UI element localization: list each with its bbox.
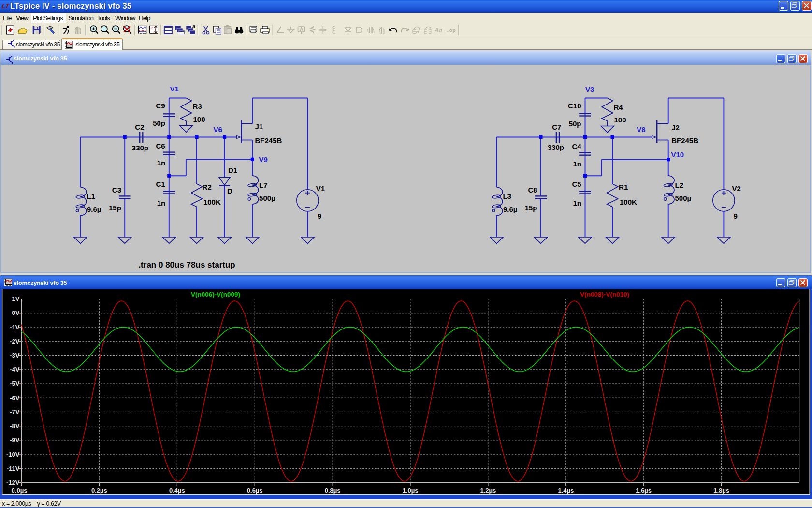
svg-text:1.0µs: 1.0µs (403, 487, 419, 494)
svg-text:V1: V1 (316, 184, 325, 193)
svg-text:L7: L7 (259, 181, 268, 189)
svg-text:R4: R4 (614, 103, 624, 111)
svg-text:V2: V2 (732, 184, 741, 193)
svg-text:R2: R2 (203, 183, 212, 191)
svg-text:-3V: -3V (10, 352, 20, 359)
svg-text:C7: C7 (552, 123, 561, 131)
svg-text:L2: L2 (675, 181, 684, 189)
svg-text:C9: C9 (156, 102, 165, 110)
svg-text:V3: V3 (585, 85, 594, 93)
svg-text:-12V: -12V (6, 479, 20, 486)
svg-text:-8V: -8V (10, 422, 20, 430)
svg-text:1V: 1V (12, 295, 20, 302)
svg-text:C3: C3 (112, 186, 121, 194)
svg-text:0.4µs: 0.4µs (169, 487, 185, 494)
svg-text:100: 100 (614, 116, 626, 124)
svg-text:V8: V8 (637, 125, 645, 134)
svg-text:1n: 1n (157, 159, 166, 167)
svg-text:D: D (227, 187, 232, 195)
svg-text:1n: 1n (573, 199, 582, 207)
svg-text:100K: 100K (203, 198, 221, 206)
svg-text:-11V: -11V (7, 465, 20, 472)
svg-text:L1: L1 (87, 192, 95, 200)
svg-text:D1: D1 (228, 166, 237, 174)
svg-text:-9V: -9V (10, 436, 20, 444)
svg-text:100K: 100K (620, 198, 637, 206)
svg-text:500µ: 500µ (259, 194, 276, 202)
svg-text:9: 9 (734, 212, 738, 220)
svg-text:9: 9 (318, 212, 321, 220)
svg-text:V10: V10 (671, 150, 684, 159)
svg-text:15p: 15p (109, 204, 121, 212)
svg-text:V(n008)-V(n010): V(n008)-V(n010) (580, 291, 629, 298)
svg-text:100: 100 (193, 115, 205, 123)
svg-text:C6: C6 (156, 142, 165, 150)
svg-text:BF245B: BF245B (255, 136, 282, 145)
svg-text:A: A (300, 27, 303, 32)
svg-text:BF245B: BF245B (671, 136, 698, 145)
svg-text:330p: 330p (548, 143, 564, 151)
svg-text:C5: C5 (572, 180, 581, 188)
svg-text:1.2µs: 1.2µs (480, 487, 496, 494)
svg-text:-6V: -6V (10, 394, 20, 402)
svg-text:0V: 0V (12, 309, 20, 316)
svg-text:C2: C2 (135, 123, 144, 131)
svg-text:-2V: -2V (10, 338, 20, 345)
svg-text:J2: J2 (671, 123, 680, 132)
svg-text:C4: C4 (572, 142, 581, 150)
svg-text:.tran 0 80us 78us startup: .tran 0 80us 78us startup (138, 260, 235, 269)
svg-text:50p: 50p (569, 120, 581, 128)
svg-text:-1V: -1V (10, 324, 20, 331)
svg-text:1n: 1n (157, 199, 166, 207)
svg-text:1.4µs: 1.4µs (558, 487, 574, 494)
svg-text:J1: J1 (255, 122, 263, 131)
svg-text:1.8µs: 1.8µs (713, 487, 729, 494)
svg-text:-10V: -10V (6, 451, 20, 458)
svg-text:Aa: Aa (434, 27, 442, 34)
svg-text:-5V: -5V (10, 380, 20, 387)
svg-text:0.2µs: 0.2µs (91, 487, 107, 494)
svg-text:9.6µ: 9.6µ (503, 205, 518, 213)
svg-text:R3: R3 (193, 102, 202, 110)
svg-text:C10: C10 (568, 102, 581, 110)
svg-text:C1: C1 (156, 180, 165, 188)
svg-text:9.6µ: 9.6µ (87, 205, 102, 213)
svg-text:.op: .op (446, 28, 456, 33)
svg-text:V(n006)-V(n009): V(n006)-V(n009) (191, 291, 240, 298)
svg-text:V9: V9 (259, 155, 268, 164)
svg-text:0.8µs: 0.8µs (325, 487, 341, 494)
svg-text:1n: 1n (573, 160, 582, 168)
svg-text:500µ: 500µ (675, 194, 692, 202)
svg-text:-7V: -7V (10, 408, 20, 416)
svg-text:-4V: -4V (10, 366, 20, 373)
svg-text:330p: 330p (132, 144, 148, 152)
svg-text:C8: C8 (528, 186, 537, 194)
svg-text:50p: 50p (153, 119, 165, 127)
svg-text:V1: V1 (170, 85, 179, 93)
svg-text:R1: R1 (619, 183, 628, 191)
svg-text:0.0µs: 0.0µs (12, 487, 28, 494)
svg-text:15p: 15p (525, 204, 537, 212)
svg-text:L3: L3 (503, 192, 511, 200)
svg-text:1.6µs: 1.6µs (636, 487, 652, 494)
svg-text:V6: V6 (214, 125, 222, 134)
svg-text:0.6µs: 0.6µs (247, 487, 263, 494)
